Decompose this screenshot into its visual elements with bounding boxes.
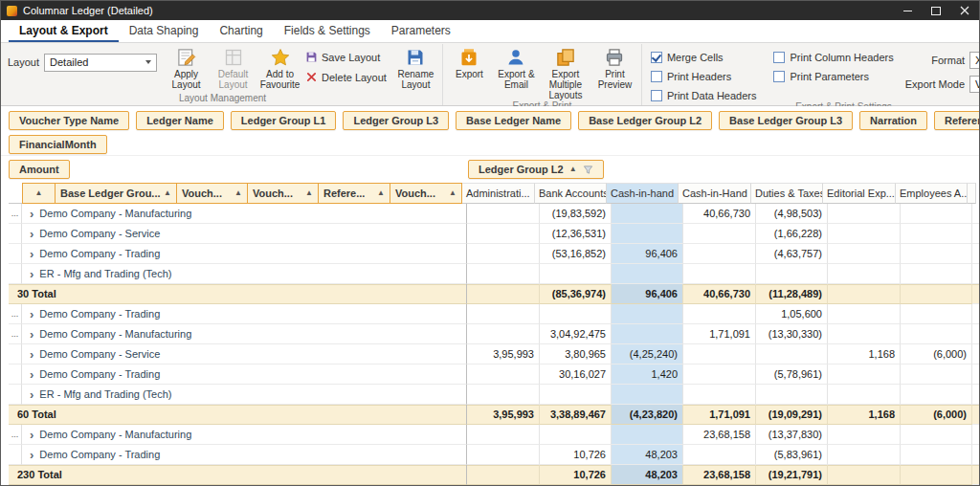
column-header-employees-a[interactable]: Employees A... — [896, 183, 968, 204]
expand-icon[interactable]: › — [30, 204, 33, 224]
grid-cell[interactable]: (6,000) — [901, 344, 972, 364]
tab-parameters[interactable]: Parameters — [381, 21, 461, 42]
checkbox-print-parameters[interactable]: Print Parameters — [773, 71, 893, 82]
checkbox-box-print-parameters[interactable] — [773, 71, 785, 82]
grid-cell[interactable] — [756, 385, 828, 405]
column-header-vouch[interactable]: Vouch...▲ — [176, 183, 248, 204]
grid-cell[interactable]: 48,203 — [612, 445, 683, 465]
grid-cell[interactable] — [756, 344, 828, 364]
grid-cell[interactable] — [828, 425, 901, 445]
maximize-button[interactable] — [922, 1, 950, 20]
apply-layout-button[interactable]: Apply Layout — [163, 45, 210, 90]
total-row-label[interactable]: 60 Total — [9, 405, 467, 425]
field-chip-base-ledger-group-l2[interactable]: Base Ledger Group L2 — [578, 111, 712, 130]
grid-cell[interactable]: (13,30,330) — [756, 324, 828, 344]
grid-cell[interactable]: 3,80,965 — [540, 344, 612, 364]
grid-cell[interactable] — [901, 385, 972, 405]
grid-cell[interactable]: 23,68,158 — [683, 465, 756, 485]
tab-charting[interactable]: Charting — [209, 21, 273, 42]
grid-cell[interactable] — [828, 284, 901, 304]
grid-cell[interactable] — [467, 465, 540, 485]
grid-cell[interactable] — [901, 364, 972, 385]
group-row-er-mfg-and-trading-tech[interactable]: ›ER - Mfg and Trading (Tech) — [22, 385, 467, 405]
grid-cell[interactable]: 40,66,730 — [683, 284, 756, 304]
minimize-button[interactable] — [893, 1, 922, 20]
grid-cell[interactable]: 1,71,091 — [683, 405, 756, 425]
field-chip-ledger-group-l3[interactable]: Ledger Group L3 — [343, 111, 449, 130]
column-header-refere[interactable]: Refere...▲ — [318, 183, 390, 204]
column-header-cash-in-hand[interactable]: Cash-in-hand — [607, 183, 679, 204]
checkbox-print-headers[interactable]: Print Headers — [651, 71, 757, 82]
grid-cell[interactable]: (4,23,820) — [612, 405, 683, 425]
grid-cell[interactable] — [901, 425, 972, 445]
tab-data-shaping[interactable]: Data Shaping — [119, 21, 210, 42]
column-header-base-ledger-grou[interactable]: Base Ledger Grou...▲ — [55, 183, 177, 204]
grid-cell[interactable] — [467, 304, 540, 324]
checkbox-print-column-headers[interactable]: Print Column Headers — [773, 52, 893, 63]
grid-cell[interactable] — [828, 465, 901, 485]
checkbox-box-print-headers[interactable] — [651, 71, 662, 82]
column-header-cash-in-hand[interactable]: Cash-in-Hand — [679, 183, 751, 204]
grid-cell[interactable] — [828, 264, 901, 284]
export-email-button[interactable]: Export & Email — [493, 45, 540, 90]
grid-cell[interactable] — [540, 304, 612, 324]
grid-cell[interactable] — [612, 264, 683, 284]
data-field-amount[interactable]: Amount — [9, 160, 70, 179]
grid-cell[interactable] — [467, 284, 540, 304]
grid-cell[interactable]: (53,16,852) — [540, 244, 612, 264]
grid-cell[interactable]: (85,36,974) — [540, 284, 612, 304]
checkbox-merge-cells[interactable]: Merge Cells — [651, 52, 757, 63]
column-header-editorial-exp[interactable]: Editorial Exp... — [823, 183, 896, 204]
export-mode-select[interactable]: Value — [969, 76, 980, 93]
grid-cell[interactable] — [901, 284, 972, 304]
grid-cell[interactable]: 96,406 — [612, 284, 683, 304]
grid-cell[interactable] — [901, 304, 972, 324]
grid-cell[interactable]: (1,66,228) — [756, 224, 828, 244]
grid-cell[interactable] — [828, 224, 901, 244]
group-row-demo-company-manufacturing[interactable]: ›Demo Company - Manufacturing — [22, 425, 467, 445]
grid-cell[interactable] — [467, 385, 540, 405]
grid-cell[interactable] — [901, 264, 972, 284]
grid-cell[interactable] — [901, 224, 972, 244]
grid-cell[interactable]: (4,98,503) — [756, 204, 828, 224]
expand-icon[interactable]: › — [30, 425, 33, 445]
grid-cell[interactable] — [828, 244, 901, 264]
field-chip-base-ledger-group-l3[interactable]: Base Ledger Group L3 — [719, 111, 853, 130]
grid-cell[interactable] — [612, 224, 683, 244]
grid-cell[interactable] — [467, 244, 540, 264]
expand-icon[interactable]: › — [30, 264, 33, 284]
grid-cell[interactable] — [467, 324, 540, 344]
grid-cell[interactable]: 1,420 — [612, 364, 683, 385]
save-layout-button[interactable]: Save Layout — [305, 51, 387, 63]
grid-cell[interactable]: (4,25,240) — [612, 344, 683, 364]
group-row-demo-company-trading[interactable]: ›Demo Company - Trading — [22, 304, 467, 324]
grid-cell[interactable] — [467, 445, 540, 465]
field-chip-ledger-name[interactable]: Ledger Name — [136, 111, 224, 130]
grid-cell[interactable] — [683, 385, 756, 405]
group-row-demo-company-service[interactable]: ›Demo Company - Service — [22, 224, 467, 244]
grid-cell[interactable] — [828, 324, 901, 344]
expand-icon[interactable]: › — [30, 364, 33, 385]
grid-cell[interactable] — [828, 385, 901, 405]
delete-layout-button[interactable]: Delete Layout — [305, 71, 387, 83]
grid-cell[interactable] — [683, 445, 756, 465]
column-header-vouch[interactable]: Vouch...▲ — [247, 183, 319, 204]
grid-cell[interactable] — [756, 264, 828, 284]
column-header-sort[interactable]: ▲ — [22, 183, 56, 204]
field-chip-base-ledger-name[interactable]: Base Ledger Name — [456, 111, 571, 130]
expand-icon[interactable]: › — [30, 445, 33, 465]
grid-cell[interactable] — [467, 364, 540, 385]
grid-cell[interactable] — [612, 204, 683, 224]
grid-cell[interactable]: 3,95,993 — [467, 344, 540, 364]
field-chip-financialmonth[interactable]: FinancialMonth — [9, 135, 107, 154]
group-row-er-mfg-and-trading-tech[interactable]: ›ER - Mfg and Trading (Tech) — [22, 264, 467, 284]
grid-cell[interactable]: 1,71,091 — [683, 324, 756, 344]
checkbox-print-data-headers[interactable]: Print Data Headers — [651, 90, 757, 101]
grid-cell[interactable]: (19,21,791) — [756, 465, 828, 485]
grid-cell[interactable]: (13,37,830) — [756, 425, 828, 445]
grid-cell[interactable] — [683, 304, 756, 324]
grid-cell[interactable] — [612, 385, 683, 405]
field-chip-ledger-group-l1[interactable]: Ledger Group L1 — [231, 111, 337, 130]
grid-cell[interactable]: 10,726 — [540, 465, 612, 485]
export-multiple-layouts-button[interactable]: Export Multiple Layouts — [540, 45, 591, 100]
